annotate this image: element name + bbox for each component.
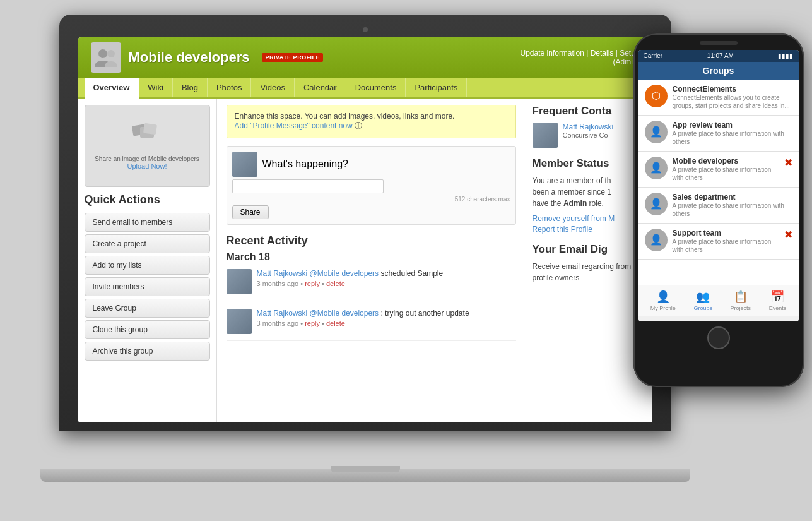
reply-link-1[interactable]: reply: [305, 280, 320, 287]
member-status-section: Member Status You are a member of th bee…: [533, 157, 646, 234]
laptop-notch: [331, 466, 400, 472]
phone-nav-groups[interactable]: 👥 Groups: [693, 290, 712, 311]
tab-photos[interactable]: Photos: [208, 78, 251, 97]
activity-avatar-1: [227, 269, 252, 294]
tab-calendar[interactable]: Calendar: [295, 78, 346, 97]
profile-nav-icon: 👤: [656, 290, 670, 304]
tab-wiki[interactable]: Wiki: [139, 78, 173, 97]
clone-group-button[interactable]: Clone this group: [85, 320, 210, 339]
enhance-message-box: Enhance this space. You can add images, …: [227, 105, 516, 138]
phone-bottom-nav: 👤 My Profile 👥 Groups 📋 Projects 📅 Event…: [638, 285, 799, 316]
frequent-contacts-title: Frequent Conta: [533, 105, 646, 117]
site-header: Mobile developers PRIVATE PROFILE Update…: [78, 37, 652, 78]
activity-meta-2: 3 months ago • reply • delete: [257, 320, 469, 327]
phone-group-item-2[interactable]: 👤 App review team A private place to sha…: [638, 116, 799, 152]
projects-nav-icon: 📋: [734, 290, 748, 304]
activity-text-2: Matt Rajkowski @Mobile developers : tryi…: [257, 309, 469, 318]
leave-group-button[interactable]: Leave Group: [85, 299, 210, 318]
invite-members-button[interactable]: Invite members: [85, 277, 210, 296]
email-digest-section: Your Email Dig Receive email regarding f…: [533, 243, 646, 284]
phone-frame: Carrier 11:07 AM ▮▮▮▮ Groups ⬡ ConnectEl…: [633, 33, 804, 387]
activity-user-link-2[interactable]: Matt Rajkowski: [257, 309, 308, 318]
delete-link-1[interactable]: delete: [326, 280, 345, 287]
phone-group-badge-5: ✖: [784, 229, 792, 241]
phone-group-info-5: Support team A private place to share in…: [673, 229, 779, 254]
phone-group-avatar-1: ⬡: [645, 85, 668, 107]
delete-link-2[interactable]: delete: [326, 320, 345, 327]
nav-tabs: Overview Wiki Blog Photos Videos Calenda…: [78, 78, 652, 99]
left-sidebar: Share an image of Mobile developers Uplo…: [78, 99, 217, 422]
phone-home-button[interactable]: [707, 326, 730, 349]
tab-blog[interactable]: Blog: [173, 78, 208, 97]
groups-nav-icon: 👥: [696, 290, 710, 304]
activity-meta-1: 3 months ago • reply • delete: [257, 280, 444, 287]
main-content: Share an image of Mobile developers Uplo…: [78, 99, 652, 422]
admin-role-label: Admin: [563, 199, 587, 208]
remove-yourself-link[interactable]: Remove yourself from M: [533, 214, 646, 223]
phone-group-avatar-2: 👤: [645, 121, 668, 143]
svg-point-2: [107, 50, 115, 57]
profile-image-area: Share an image of Mobile developers Uplo…: [85, 105, 210, 187]
carrier-label: Carrier: [644, 52, 663, 59]
phone-group-item-5[interactable]: 👤 Support team A private place to share …: [638, 224, 799, 260]
reply-link-2[interactable]: reply: [305, 320, 320, 327]
activity-group-link-1[interactable]: @Mobile developers: [310, 269, 379, 278]
image-placeholder-icon: [131, 122, 163, 152]
phone-speaker: [700, 41, 738, 45]
tab-overview[interactable]: Overview: [85, 78, 139, 99]
add-to-lists-button[interactable]: Add to my lists: [85, 256, 210, 275]
phone-nav-events[interactable]: 📅 Events: [769, 290, 787, 311]
email-digest-title: Your Email Dig: [533, 243, 646, 256]
whats-happening-area: What's happening? 512 characters max Sha…: [227, 146, 516, 225]
tab-documents[interactable]: Documents: [346, 78, 406, 97]
phone-group-info-4: Sales department A private place to shar…: [673, 193, 792, 218]
tab-videos[interactable]: Videos: [251, 78, 295, 97]
phone-nav-projects[interactable]: 📋 Projects: [731, 290, 751, 311]
phone-group-avatar-3: 👤: [645, 157, 668, 179]
archive-group-button[interactable]: Archive this group: [85, 342, 210, 361]
phone-group-info-2: App review team A private place to share…: [673, 121, 792, 146]
contact-name-link[interactable]: Matt Rajkowski: [563, 123, 614, 131]
phone-group-item-3[interactable]: 👤 Mobile developers A private place to s…: [638, 152, 799, 188]
recent-activity-title: Recent Activity: [227, 234, 516, 248]
private-badge: PRIVATE PROFILE: [262, 53, 323, 62]
char-limit: 512 characters max: [232, 196, 510, 203]
phone-group-item-4[interactable]: 👤 Sales department A private place to sh…: [638, 188, 799, 224]
phone-group-info-3: Mobile developers A private place to sha…: [673, 157, 779, 182]
send-email-button[interactable]: Send email to members: [85, 213, 210, 232]
profile-share-text: Share an image of Mobile developers: [95, 155, 199, 162]
activity-avatar-2: [227, 309, 252, 334]
status-input[interactable]: [232, 179, 384, 193]
battery-icon: ▮▮▮▮: [778, 52, 793, 59]
tab-participants[interactable]: Participants: [406, 78, 467, 97]
member-status-text: You are a member of th been a member sin…: [533, 175, 646, 209]
user-avatar: [232, 152, 257, 177]
report-profile-link[interactable]: Report this Profile: [533, 225, 646, 234]
quick-actions-title: Quick Actions: [85, 193, 210, 207]
create-project-button[interactable]: Create a project: [85, 234, 210, 253]
activity-text-1: Matt Rajkowski @Mobile developers schedu…: [257, 269, 444, 278]
add-profile-msg-link[interactable]: Add "Profile Message" content now: [235, 121, 353, 130]
activity-group-link-2[interactable]: @Mobile developers: [310, 309, 379, 318]
phone-nav-myprofile[interactable]: 👤 My Profile: [650, 290, 676, 311]
svg-point-1: [98, 49, 107, 58]
phone-group-item-1[interactable]: ⬡ ConnectElements ConnectElements allows…: [638, 80, 799, 116]
svg-rect-5: [143, 123, 157, 135]
contact-avatar: [533, 123, 558, 148]
header-links: Update information | Details | Setup (Ad…: [521, 49, 640, 66]
group-avatar-icon: [91, 42, 121, 73]
email-digest-text: Receive email regarding from the profile…: [533, 261, 646, 284]
phone-group-badge-3: ✖: [784, 157, 792, 169]
activity-user-link-1[interactable]: Matt Rajkowski: [257, 269, 308, 278]
phone-group-list[interactable]: ⬡ ConnectElements ConnectElements allows…: [638, 80, 799, 285]
share-button[interactable]: Share: [232, 205, 269, 219]
phone-group-avatar-4: 👤: [645, 193, 668, 215]
activity-item-1: Matt Rajkowski @Mobile developers schedu…: [227, 269, 516, 301]
phone-group-avatar-5: 👤: [645, 229, 668, 251]
laptop-camera: [363, 27, 368, 32]
whats-happening-label: What's happening?: [262, 159, 348, 170]
upload-now-link[interactable]: Upload Now!: [127, 162, 167, 170]
activity-item-2: Matt Rajkowski @Mobile developers : tryi…: [227, 309, 516, 341]
member-status-title: Member Status: [533, 157, 646, 170]
phone-status-bar: Carrier 11:07 AM ▮▮▮▮: [638, 50, 799, 62]
